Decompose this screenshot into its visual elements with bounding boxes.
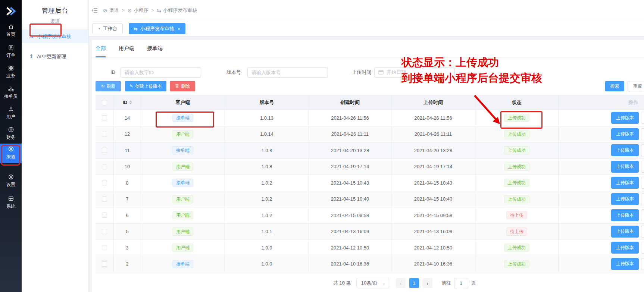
table-row[interactable]: 14 接单端 1.0.13 2021-04-26 11:56 2021-04-2… xyxy=(96,110,644,126)
table-row[interactable]: 12 用户端 1.0.14 2021-04-26 11:11 2021-04-2… xyxy=(96,126,644,143)
page-size-select[interactable]: 10条/页 ⌄ xyxy=(356,278,389,288)
upload-time-date-picker[interactable]: 开始日期 xyxy=(374,67,455,78)
goto-page-input[interactable] xyxy=(454,278,468,288)
swap-icon: ⇆ xyxy=(134,26,138,32)
sidebar-item-settings[interactable]: 设置 xyxy=(0,173,22,188)
upload-version-button[interactable]: 上传版本 xyxy=(611,177,639,189)
col-header-id[interactable]: ID xyxy=(114,95,141,110)
create-upload-version-button[interactable]: ✎ 创建上传版本 xyxy=(125,81,166,91)
sort-icon[interactable] xyxy=(129,100,132,104)
clipped-action-button[interactable] xyxy=(641,242,644,254)
tab-receiver-client[interactable]: 接单端 xyxy=(147,40,163,57)
sidebar-item-users[interactable]: 用户 xyxy=(0,105,22,120)
tag-bar: ◔ 工作台 ⇆ 小程序发布审核 × xyxy=(89,21,644,36)
reset-button[interactable]: 重置 xyxy=(628,81,644,91)
calendar-icon xyxy=(378,69,384,76)
gauge-icon: ◔ xyxy=(97,26,100,32)
upload-version-button[interactable]: 上传版本 xyxy=(611,112,639,124)
channel-icon xyxy=(0,146,22,153)
row-checkbox[interactable] xyxy=(102,180,107,185)
sidebar-item-channel[interactable]: 渠道 xyxy=(0,144,22,163)
upload-version-button[interactable]: 上传版本 xyxy=(611,209,639,221)
client-badge: 用户端 xyxy=(172,195,193,203)
id-filter-input[interactable] xyxy=(121,67,201,78)
clipped-action-button[interactable] xyxy=(641,209,644,221)
delete-button[interactable]: 删除 xyxy=(170,81,195,91)
table-row[interactable]: 7 用户端 1.0.2 2021-04-15 10:40 2021-04-15 … xyxy=(96,191,644,208)
upload-version-button[interactable]: 上传版本 xyxy=(611,161,639,173)
row-checkbox[interactable] xyxy=(102,197,107,202)
version-filter-input[interactable] xyxy=(247,67,328,78)
submenu-item-label: 小程序发布审核 xyxy=(37,34,71,39)
breadcrumb: ⊘ 渠道 > ⊘ 小程序 > ⇆ 小程序发布审核 xyxy=(89,0,644,21)
submenu-item-app-update[interactable]: ↥ APP更新管理 xyxy=(22,50,88,63)
upload-version-button[interactable]: 上传版本 xyxy=(611,128,639,140)
versions-table: ID 客户端 版本号 创建时间 上传时间 状态 操作 14 接单端 1.0.13… xyxy=(96,95,644,272)
sidebar-item-finance[interactable]: 财务 xyxy=(0,125,22,141)
submenu-item-miniprogram-review[interactable]: ⇆ 小程序发布审核 xyxy=(22,29,88,43)
row-checkbox[interactable] xyxy=(102,115,107,120)
chevron-down-icon: ⌄ xyxy=(382,280,386,286)
status-badge: 上传成功 xyxy=(504,244,529,252)
client-badge: 用户端 xyxy=(172,227,193,236)
table-row[interactable]: 6 用户端 1.0.2 2021-04-15 09:58 2021-04-15 … xyxy=(96,207,644,224)
row-checkbox[interactable] xyxy=(102,164,107,169)
breadcrumb-item-review[interactable]: ⇆ 小程序发布审核 xyxy=(157,7,197,14)
submenu-subtitle: 渠道 xyxy=(22,18,88,27)
clipped-action-button[interactable] xyxy=(641,193,644,205)
table-row[interactable]: 11 接单端 1.0.8 2021-04-20 13:28 2021-04-20… xyxy=(96,142,644,159)
table-row[interactable]: 3 用户端 1.0.0 2021-04-12 10:50 2021-04-12 … xyxy=(96,240,644,256)
refresh-button[interactable]: ↻ 刷新 xyxy=(96,81,121,91)
sidebar-item-orders[interactable]: 订单 xyxy=(0,43,22,59)
sidebar-item-home[interactable]: 首页 xyxy=(0,22,22,38)
status-badge: 上传成功 xyxy=(504,195,529,203)
row-checkbox[interactable] xyxy=(102,261,107,267)
sidebar-item-system[interactable]: 系统 xyxy=(0,194,22,210)
clipped-action-button[interactable] xyxy=(641,128,644,140)
upload-version-button[interactable]: 上传版本 xyxy=(611,226,639,238)
app-logo-icon xyxy=(5,5,17,15)
table-row[interactable]: 8 接单端 1.0.2 2021-04-15 10:43 2021-04-15 … xyxy=(96,175,644,191)
tag-workbench[interactable]: ◔ 工作台 xyxy=(92,23,123,34)
next-page-button[interactable]: › xyxy=(423,278,432,288)
row-checkbox[interactable] xyxy=(102,245,107,250)
row-checkbox[interactable] xyxy=(102,148,107,153)
row-checkbox[interactable] xyxy=(102,213,107,218)
breadcrumb-item-miniprogram[interactable]: ⊘ 小程序 xyxy=(128,7,149,14)
row-checkbox[interactable] xyxy=(102,132,107,137)
select-all-checkbox[interactable] xyxy=(102,100,107,105)
system-icon xyxy=(0,195,22,202)
close-icon[interactable]: × xyxy=(178,26,181,32)
client-badge: 用户端 xyxy=(172,130,193,138)
upload-version-button[interactable]: 上传版本 xyxy=(611,144,639,156)
sidebar-item-couriers[interactable]: 接单员 xyxy=(0,84,22,100)
clipped-action-button[interactable] xyxy=(641,258,644,270)
sidebar-item-business[interactable]: 业务 xyxy=(0,64,22,79)
table-row[interactable]: 10 用户端 1.0.8 2021-04-19 17:14 2021-04-19… xyxy=(96,159,644,175)
tab-all[interactable]: 全部 xyxy=(96,40,106,57)
clipped-action-button[interactable] xyxy=(641,144,644,156)
upload-version-button[interactable]: 上传版本 xyxy=(611,258,639,270)
tag-miniprogram-review[interactable]: ⇆ 小程序发布审核 × xyxy=(129,23,185,34)
breadcrumb-item-channel[interactable]: ⊘ 渠道 xyxy=(103,7,119,14)
prev-page-button[interactable]: ‹ xyxy=(396,278,406,288)
version-filter-label: 版本号 xyxy=(226,67,241,78)
clipped-action-button[interactable] xyxy=(641,161,644,173)
collapse-menu-icon[interactable] xyxy=(92,8,98,13)
clipped-action-button[interactable] xyxy=(641,226,644,238)
clipped-action-button[interactable] xyxy=(641,112,644,124)
clipped-action-button[interactable] xyxy=(641,177,644,189)
table-row[interactable]: 5 用户端 1.0.1 2021-04-13 16:09 2021-04-13 … xyxy=(96,224,644,240)
main-area: ⊘ 渠道 > ⊘ 小程序 > ⇆ 小程序发布审核 ◔ 工作台 ⇆ 小程序发布审核 xyxy=(89,0,644,292)
secondary-sidebar: 管理后台 渠道 ⇆ 小程序发布审核 ↥ APP更新管理 xyxy=(22,0,89,292)
breadcrumb-separator: > xyxy=(122,8,125,13)
tab-user-client[interactable]: 用户端 xyxy=(119,40,134,57)
page-number-1[interactable]: 1 xyxy=(409,278,419,288)
search-button[interactable]: 搜索 xyxy=(605,81,624,91)
row-checkbox[interactable] xyxy=(102,229,107,234)
upload-version-button[interactable]: 上传版本 xyxy=(611,193,639,205)
upload-version-button[interactable]: 上传版本 xyxy=(611,242,639,254)
status-badge: 上传成功 xyxy=(504,179,529,187)
table-row[interactable]: 2 接单端 1.0.0 2021-04-10 16:36 2021-04-10 … xyxy=(96,256,644,273)
status-badge: 待上传 xyxy=(506,227,527,236)
